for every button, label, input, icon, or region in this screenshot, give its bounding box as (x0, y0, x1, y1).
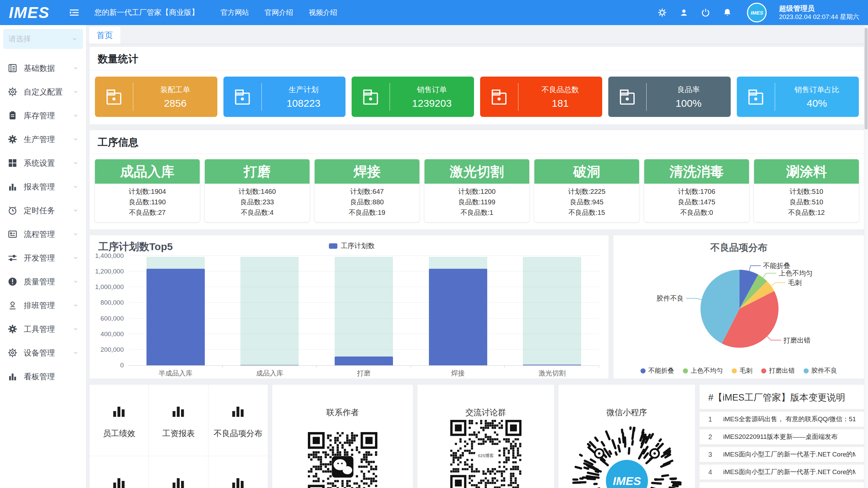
wechat-qr-code (308, 432, 377, 488)
y-axis-label: 0 (120, 362, 124, 369)
sidebar-item-kanban[interactable]: 看板管理 (0, 365, 86, 388)
nav-official-site[interactable]: 官方网站 (220, 8, 249, 17)
stat-card-production-plans[interactable]: 生产计划108223 (223, 77, 346, 117)
gear-outline-icon (7, 87, 18, 97)
menu-collapse-icon[interactable] (69, 8, 79, 17)
sidebar-item-inventory[interactable]: 库存管理 (0, 104, 86, 127)
scrollbar-thumb[interactable] (865, 28, 868, 129)
hover-band (240, 257, 299, 365)
sidebar-item-custom-config[interactable]: 自定义配置 (0, 80, 86, 104)
nav-video-intro[interactable]: 视频介绍 (309, 8, 337, 17)
y-axis-label: 800,000 (100, 299, 124, 306)
sidebar-search-select[interactable]: 请选择 (3, 29, 83, 49)
process-card: 焊接计划数:647良品数:880不良品数:19 (315, 159, 419, 222)
report-tile-output-statistics[interactable]: 产量统计 (209, 456, 268, 488)
miniprogram-qr-code: IMESS (566, 420, 688, 488)
pie-legend-item[interactable]: 不能折叠 (640, 366, 674, 375)
sidebar-item-equipment[interactable]: 设备管理 (0, 341, 86, 365)
changelog-item[interactable]: 2iMES20220911版本更新——桌面端发布 (699, 429, 864, 444)
discussion-group-panel: 交流讨论群 625博客 群名称:625博客 群 号:200884994 (417, 384, 554, 488)
document-icon (7, 63, 18, 73)
pie-label-leader (749, 266, 761, 272)
x-axis-label: 焊接 (411, 369, 505, 378)
tab-home[interactable]: 首页 (89, 27, 120, 44)
chevron-down-icon (73, 350, 79, 356)
user-icon[interactable] (679, 8, 689, 17)
bar-chart-title: 工序计划数Top5 (98, 240, 173, 254)
sidebar-item-workflow[interactable]: 流程管理 (0, 222, 86, 246)
person-icon (7, 300, 18, 310)
report-shortcuts: 员工绩效 工资报表 不良品项分布 不良品项汇总 生产报表 产量统计 (89, 384, 268, 488)
y-axis-label: 600,000 (100, 315, 124, 322)
stat-card-sales-ratio[interactable]: 销售订单占比40% (737, 77, 859, 117)
stat-card-defect-total[interactable]: 不良品总数181 (480, 77, 603, 117)
avatar[interactable]: IMES (747, 3, 767, 22)
pie-legend-item[interactable]: 打磨出错 (761, 366, 795, 375)
sidebar: 请选择 基础数据 自定义配置 库存管理 生产管理 系统设置 报表管理 定时任务 … (0, 25, 86, 488)
bar-chart-icon (230, 475, 246, 488)
pie-label: 打磨出错 (783, 337, 811, 344)
chevron-down-icon (73, 184, 79, 190)
sidebar-item-tools[interactable]: 工具管理 (0, 317, 86, 341)
gear-outline-icon (7, 348, 18, 358)
stats-panel: 数量统计 装配工单2856 生产计划108223 销售订单1239203 不良品… (89, 46, 865, 125)
sidebar-item-scheduled-tasks[interactable]: 定时任务 (0, 199, 86, 222)
page-content: 数量统计 装配工单2856 生产计划108223 销售订单1239203 不良品… (86, 44, 868, 488)
bar-chart-icon (230, 404, 246, 420)
pie-legend-item[interactable]: 上色不均匀 (683, 366, 723, 375)
changelog-item[interactable]: 4iMES面向小型工厂的新一代基于.NET Core的MES系统__PC端 (699, 465, 864, 480)
bell-icon[interactable] (723, 8, 732, 17)
sidebar-item-quality[interactable]: 质量管理 (0, 270, 86, 293)
exclamation-circle-icon (7, 277, 18, 287)
legend-swatch (329, 243, 337, 249)
process-section-title: 工序信息 (90, 130, 864, 154)
x-axis-label: 成品入库 (223, 369, 317, 378)
pie-label: 上色不均匀 (779, 269, 813, 277)
pie-label-leader (686, 298, 703, 300)
bar-chart-icon (170, 475, 186, 488)
stat-card-sales-orders[interactable]: 销售订单1239203 (352, 77, 474, 117)
changelog-item[interactable]: 1iMES全套源码出售， 有意的联系QQ/微信：514224717 (699, 412, 864, 427)
y-axis-label: 1,000,000 (95, 283, 124, 291)
y-axis-label: 200,000 (100, 346, 124, 353)
clipboard-icon (7, 110, 18, 121)
sidebar-item-base-data[interactable]: 基础数据 (0, 56, 86, 80)
contact-author-panel: 联系作者 扫一扫上面的二维码图案，加我为朋友。 (272, 384, 413, 488)
process-card: 破洞计划数:2225良品数:945不良品数:15 (534, 159, 639, 222)
changelog-panel: #【iMES工厂管家】版本变更说明 1iMES全套源码出售， 有意的联系QQ/微… (699, 384, 865, 488)
settings-icon[interactable] (657, 8, 667, 17)
pie-label-leader (767, 336, 781, 340)
report-tile-employee-performance[interactable]: 员工绩效 (90, 385, 149, 456)
report-tile-defect-distribution[interactable]: 不良品项分布 (209, 385, 268, 456)
sidebar-item-shift[interactable]: 排班管理 (0, 293, 86, 317)
bar-chart-icon (170, 404, 186, 420)
stat-card-yield-rate[interactable]: 良品率100% (608, 77, 731, 117)
header-nav: 官方网站 官网介绍 视频介绍 (220, 8, 337, 17)
bar-chart-icon (111, 404, 127, 420)
report-tile-salary-report[interactable]: 工资报表 (149, 385, 208, 456)
pie-legend-item[interactable]: 胶件不良 (804, 366, 837, 375)
bar-chart-legend[interactable]: 工序计划数 (329, 241, 375, 250)
bar-半成品入库 (146, 269, 205, 365)
chevron-down-icon (73, 113, 79, 119)
sidebar-item-development[interactable]: 开发管理 (0, 246, 86, 270)
page-scrollbar[interactable] (864, 25, 868, 488)
folder-icon (361, 87, 380, 106)
pie-label: 不能折叠 (763, 262, 790, 269)
changelog-item[interactable]: 3iMES面向小型工厂的新一代基于.NET Core的MES系统__移动端 (699, 447, 864, 462)
pie-chart-legend[interactable]: 不能折叠上色不均匀毛刺打磨出错胶件不良 (613, 366, 864, 375)
stat-card-assembly-orders[interactable]: 装配工单2856 (95, 77, 217, 117)
bar-焊接 (429, 269, 487, 365)
chevron-down-icon (73, 89, 79, 95)
bar-chart-icon (7, 371, 18, 382)
nav-site-intro[interactable]: 官网介绍 (264, 8, 293, 17)
bar-chart-card: 工序计划数Top5 工序计划数 0200,000400,000600,00080… (89, 235, 609, 379)
process-card: 激光切割计划数:1200良品数:1199不良品数:1 (425, 159, 529, 222)
sidebar-item-production[interactable]: 生产管理 (0, 127, 86, 151)
report-tile-defect-summary[interactable]: 不良品项汇总 (90, 456, 149, 488)
power-icon[interactable] (701, 8, 710, 17)
report-tile-production-report[interactable]: 生产报表 (149, 456, 208, 488)
sidebar-item-system[interactable]: 系统设置 (0, 151, 86, 175)
sidebar-item-report[interactable]: 报表管理 (0, 175, 86, 199)
pie-legend-item[interactable]: 毛刺 (732, 366, 752, 375)
